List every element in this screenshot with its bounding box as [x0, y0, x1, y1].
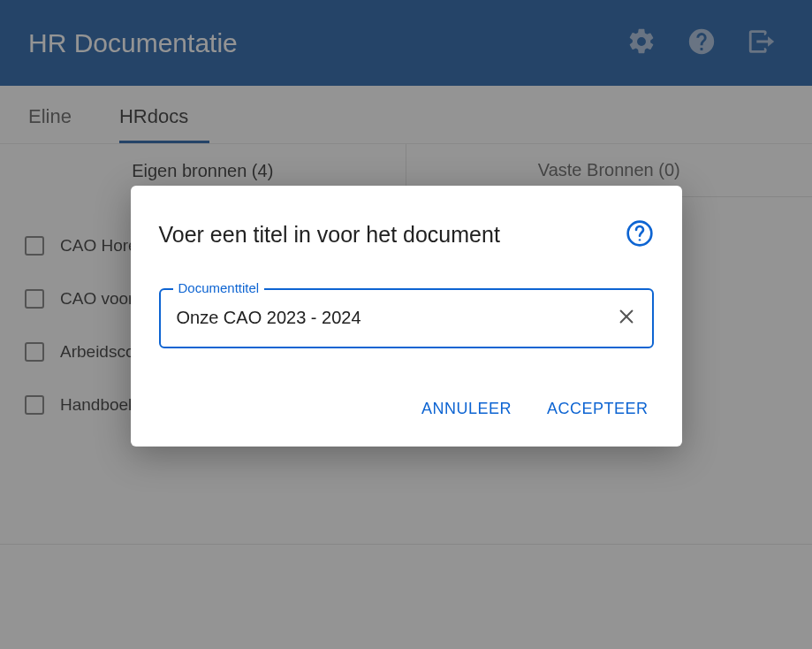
cancel-button[interactable]: ANNULEER: [416, 393, 517, 425]
document-title-field[interactable]: Documenttitel: [159, 288, 654, 348]
document-title-input[interactable]: [177, 308, 617, 328]
accept-button[interactable]: ACCEPTEER: [542, 393, 654, 425]
dialog-actions: ANNULEER ACCEPTEER: [159, 393, 654, 425]
dialog-help-icon[interactable]: [626, 219, 654, 251]
dialog-header: Voer een titel in voor het document: [159, 219, 654, 251]
clear-icon[interactable]: [617, 307, 636, 330]
field-label: Documenttitel: [173, 280, 265, 295]
svg-point-1: [638, 239, 640, 241]
title-dialog: Voer een titel in voor het document Docu…: [131, 186, 682, 447]
dialog-title: Voer een titel in voor het document: [159, 222, 500, 248]
modal-overlay[interactable]: Voer een titel in voor het document Docu…: [0, 0, 812, 649]
